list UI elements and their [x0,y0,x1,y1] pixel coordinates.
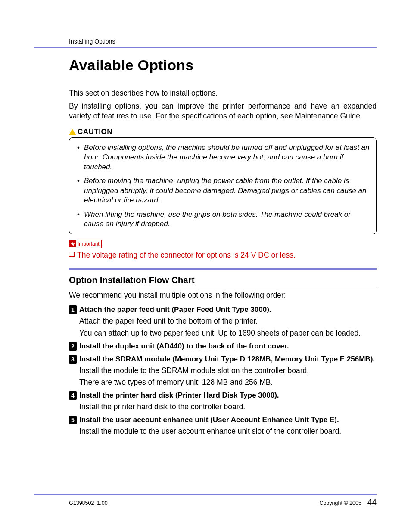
important-badge: ★ Important [69,240,102,248]
step-title: Install the user account enhance unit (U… [79,415,377,425]
caution-item: Before installing options, the machine s… [75,143,370,172]
page-footer: G1398502_1.00 Copyright © 2005 44 [34,494,377,507]
page-title: Available Options [69,57,377,74]
footer-page-number: 44 [367,498,377,507]
document-page: Installing Options Available Options Thi… [0,0,411,532]
step-number-icon: 1 [69,305,77,314]
step-5: 5 Install the user account enhance unit … [69,415,377,436]
footer-divider [34,494,377,495]
page-content: Available Options This section describes… [34,48,377,436]
subsection-underline [69,286,377,286]
step-number-icon: 2 [69,342,77,351]
step-1: 1 Attach the paper feed unit (Paper Feed… [69,305,377,338]
step-body: You can attach up to two paper feed unit… [79,328,377,338]
step-title: Attach the paper feed unit (Paper Feed U… [79,305,377,314]
step-body: Attach the paper feed unit to the bottom… [79,316,377,326]
section-divider [69,268,377,270]
step-2: 2 Install the duplex unit (AD440) to the… [69,342,377,351]
step-number-icon: 4 [69,391,77,400]
caution-triangle-icon [69,129,76,135]
important-badge-text: Important [78,241,100,246]
step-title: Install the printer hard disk (Printer H… [79,391,377,400]
step-body: Install the module to the SDRAM module s… [79,366,377,376]
intro-paragraph-2: By installing options, you can improve t… [69,101,377,121]
step-body: Install the module to the user account e… [79,426,377,436]
important-note: The voltage rating of the connector for … [69,251,377,260]
step-title: Install the duplex unit (AD440) to the b… [79,342,377,351]
step-4: 4 Install the printer hard disk (Printer… [69,391,377,412]
caution-box: Before installing options, the machine s… [69,137,377,235]
step-title: Install the SDRAM module (Memory Unit Ty… [79,355,377,364]
step-number-icon: 3 [69,355,77,364]
page-header-section: Installing Options [34,38,377,47]
footer-doc-id: G1398502_1.00 [69,500,108,506]
subsection-intro: We recommend you install multiple option… [69,291,377,300]
star-icon: ★ [69,240,76,247]
open-box-bullet-icon [69,252,75,257]
step-3: 3 Install the SDRAM module (Memory Unit … [69,355,377,387]
step-body: There are two types of memory unit: 128 … [79,377,377,387]
step-number-icon: 5 [69,416,77,424]
intro-paragraph-1: This section describes how to install op… [69,88,377,99]
important-note-text: The voltage rating of the connector for … [77,251,296,259]
caution-item: Before moving the machine, unplug the po… [75,176,370,205]
footer-copyright: Copyright © 2005 [319,500,361,506]
important-block: ★ Important The voltage rating of the co… [69,240,377,260]
subsection-heading: Option Installation Flow Chart [69,275,377,285]
caution-heading: CAUTION [69,128,377,136]
caution-label-text: CAUTION [78,128,112,136]
caution-item: When lifting the machine, use the grips … [75,210,370,229]
step-body: Install the printer hard disk to the con… [79,402,377,412]
